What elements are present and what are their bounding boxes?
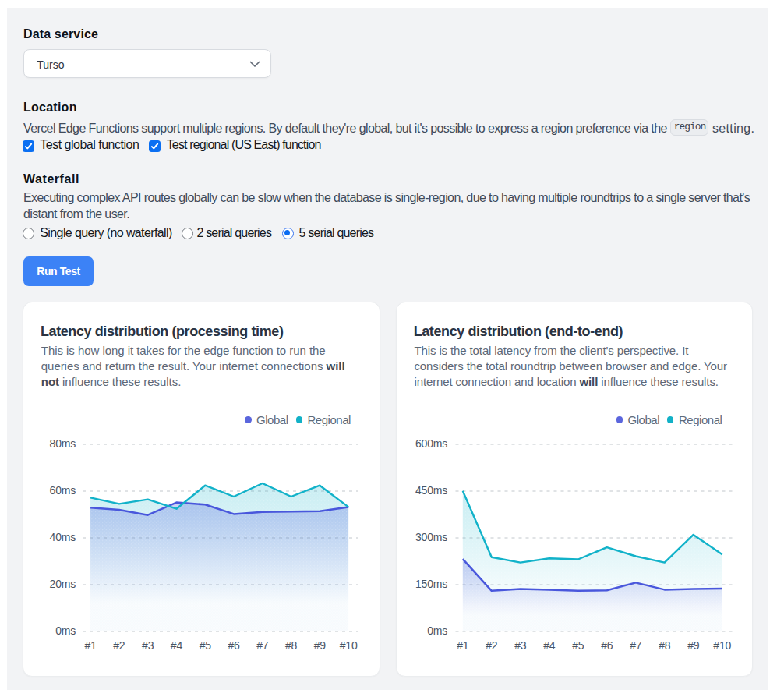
svg-text:0ms: 0ms — [427, 624, 447, 637]
svg-text:60ms: 60ms — [50, 484, 76, 497]
svg-text:#1: #1 — [85, 638, 97, 651]
svg-text:#9: #9 — [314, 638, 327, 651]
svg-text:20ms: 20ms — [50, 578, 76, 590]
svg-text:#4: #4 — [171, 638, 183, 651]
svg-text:0ms: 0ms — [55, 624, 76, 637]
svg-text:#3: #3 — [514, 638, 527, 651]
svg-text:#7: #7 — [256, 638, 269, 651]
svg-text:#7: #7 — [630, 638, 642, 651]
svg-text:#9: #9 — [687, 638, 700, 651]
svg-text:#3: #3 — [142, 638, 154, 651]
svg-text:#6: #6 — [601, 638, 613, 651]
svg-text:#5: #5 — [572, 638, 584, 651]
svg-text:80ms: 80ms — [50, 437, 76, 450]
svg-text:#4: #4 — [543, 638, 556, 651]
svg-text:600ms: 600ms — [415, 437, 447, 450]
svg-text:#6: #6 — [228, 638, 240, 651]
svg-text:#10: #10 — [713, 638, 731, 651]
svg-text:#5: #5 — [200, 638, 212, 651]
svg-text:#2: #2 — [486, 638, 498, 651]
svg-text:450ms: 450ms — [415, 484, 447, 497]
svg-text:#1: #1 — [457, 638, 469, 651]
svg-text:#8: #8 — [659, 638, 671, 651]
svg-text:150ms: 150ms — [415, 578, 447, 590]
svg-text:40ms: 40ms — [50, 531, 76, 543]
svg-text:#10: #10 — [340, 638, 358, 651]
svg-text:300ms: 300ms — [415, 531, 447, 543]
svg-text:#2: #2 — [113, 638, 125, 651]
svg-text:#8: #8 — [285, 638, 298, 651]
